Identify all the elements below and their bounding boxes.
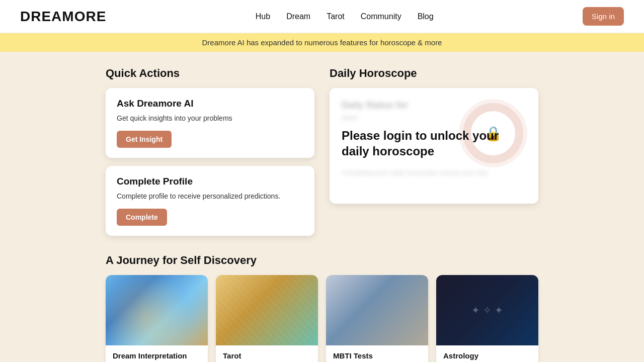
ask-ai-description: Get quick insights into your problems (117, 113, 303, 124)
mbti-image (326, 275, 428, 345)
journey-title: A Journey for Self Discovery (106, 254, 538, 267)
complete-button[interactable]: Complete (117, 209, 167, 226)
journey-card-astrology[interactable]: Astrology (436, 275, 538, 362)
horoscope-card: 🔒 Daily Status for Aries Please login to… (330, 88, 538, 204)
journey-card-tarot[interactable]: Tarot (216, 275, 318, 362)
announcement-banner: Dreamore AI has expanded to numerous fea… (0, 33, 644, 52)
mbti-label: MBTI Tests (326, 345, 428, 362)
tarot-label: Tarot (216, 345, 318, 362)
tarot-image (216, 275, 318, 345)
nav-hub[interactable]: Hub (256, 12, 270, 21)
ask-ai-title: Ask Dreamore AI (117, 98, 303, 109)
complete-profile-title: Complete Profile (117, 176, 303, 187)
journey-cards-row: Dream Interpretation Tarot MBTI Tests As… (106, 275, 538, 362)
complete-profile-description: Complete profile to receive personalized… (117, 191, 303, 202)
journey-section: A Journey for Self Discovery Dream Inter… (106, 254, 538, 362)
astrology-image (436, 275, 538, 345)
quick-actions-section: Quick Actions Ask Dreamore AI Get quick … (106, 67, 314, 244)
journey-card-mbti[interactable]: MBTI Tests (326, 275, 428, 362)
get-insight-button[interactable]: Get Insight (117, 131, 172, 148)
sign-in-button[interactable]: Sign in (583, 7, 624, 26)
ask-ai-card: Ask Dreamore AI Get quick insights into … (106, 88, 314, 158)
nav-community[interactable]: Community (361, 12, 401, 21)
complete-profile-card: Complete Profile Complete profile to rec… (106, 166, 314, 236)
astrology-label: Astrology (436, 345, 538, 362)
nav-tarot[interactable]: Tarot (327, 12, 345, 21)
nav-blog[interactable]: Blog (418, 12, 434, 21)
horoscope-title: Daily Horoscope (330, 67, 538, 80)
header: DREAMORE Hub Dream Tarot Community Blog … (0, 0, 644, 33)
daily-horoscope-section: Daily Horoscope 🔒 Daily Status for Aries… (330, 67, 538, 244)
horoscope-blurred-bottom: Completing your daily horoscope unlocks … (342, 169, 526, 176)
nav-dream[interactable]: Dream (286, 12, 310, 21)
logo: DREAMORE (20, 9, 106, 25)
horoscope-lock-message: Please login to unlock your daily horosc… (342, 128, 526, 159)
quick-actions-title: Quick Actions (106, 67, 314, 80)
horoscope-blurred-title: Daily Status for (342, 100, 526, 111)
banner-text: Dreamore AI has expanded to numerous fea… (202, 38, 442, 47)
dream-label: Dream Interpretation (106, 345, 208, 362)
dream-image (106, 275, 208, 345)
main-nav: Hub Dream Tarot Community Blog (256, 12, 434, 21)
horoscope-blurred-sign: Aries (342, 114, 526, 122)
journey-card-dream[interactable]: Dream Interpretation (106, 275, 208, 362)
main-content: Quick Actions Ask Dreamore AI Get quick … (96, 52, 548, 362)
